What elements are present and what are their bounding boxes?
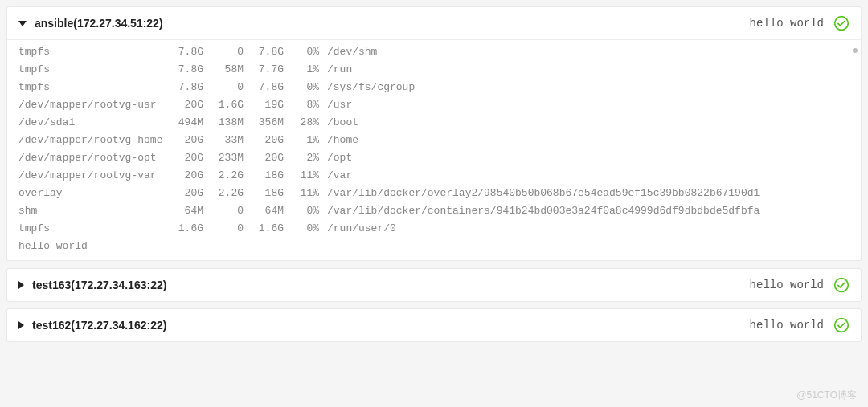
output-row: /dev/mapper/rootvg-usr20G1.6G19G8%/usr (18, 96, 861, 114)
check-circle-icon (833, 15, 850, 31)
col-pct: 0% (284, 220, 324, 238)
col-avail: 20G (244, 132, 284, 149)
svg-point-0 (835, 17, 849, 31)
output-row: /dev/sda1494M138M356M28%/boot (18, 114, 861, 132)
col-used: 0 (203, 220, 244, 238)
col-used: 2.2G (203, 167, 244, 185)
col-size: 20G (163, 132, 203, 149)
col-mount: /dev/shm (324, 43, 377, 61)
svg-point-2 (835, 319, 849, 332)
output-row: overlay20G2.2G18G11%/var/lib/docker/over… (18, 185, 861, 202)
col-pct: 0% (284, 79, 324, 96)
scrollbar-thumb[interactable] (853, 48, 858, 53)
col-avail: 18G (244, 167, 284, 185)
col-mount: /opt (324, 149, 352, 167)
output-row: shm64M064M0%/var/lib/docker/containers/9… (18, 202, 861, 220)
output-row: tmpfs7.8G58M7.7G1%/run (18, 61, 861, 79)
col-avail: 7.8G (244, 43, 284, 61)
col-mount: /run (324, 61, 352, 79)
output-row: tmpfs7.8G07.8G0%/dev/shm (18, 43, 861, 61)
col-used: 2.2G (203, 185, 244, 202)
status-text: hello world (750, 17, 824, 30)
col-pct: 28% (284, 114, 324, 132)
svg-point-1 (835, 279, 849, 292)
col-size: 7.8G (163, 61, 203, 79)
col-size: 1.6G (163, 220, 203, 238)
col-pct: 1% (284, 132, 324, 149)
host-title: test162(172.27.34.162:22) (32, 319, 166, 332)
host-name: ansible (35, 17, 73, 30)
col-used: 138M (203, 114, 244, 132)
col-filesystem: tmpfs (18, 43, 163, 61)
host-panel-header[interactable]: ansible(172.27.34.51:22) hello world (7, 7, 861, 39)
col-size: 20G (163, 96, 203, 114)
host-panel: ansible(172.27.34.51:22) hello world tmp… (6, 6, 862, 261)
col-avail: 20G (244, 149, 284, 167)
output-row: tmpfs1.6G01.6G0%/run/user/0 (18, 220, 861, 238)
col-pct: 1% (284, 61, 324, 79)
col-filesystem: shm (18, 202, 163, 220)
host-panel: test162(172.27.34.162:22) hello world (6, 308, 862, 342)
output-row: /dev/mapper/rootvg-opt20G233M20G2%/opt (18, 149, 861, 167)
col-used: 233M (203, 149, 244, 167)
col-filesystem: tmpfs (18, 61, 163, 79)
output-row: /dev/mapper/rootvg-var20G2.2G18G11%/var (18, 167, 861, 185)
host-addr: 172.27.34.162:22 (75, 319, 163, 332)
col-pct: 11% (284, 167, 324, 185)
col-pct: 0% (284, 202, 324, 220)
chevron-right-icon (18, 321, 24, 329)
col-mount: /boot (324, 114, 358, 132)
col-avail: 356M (244, 114, 284, 132)
chevron-right-icon (18, 281, 24, 289)
col-avail: 7.7G (244, 61, 284, 79)
col-size: 20G (163, 185, 203, 202)
host-addr: 172.27.34.51:22 (77, 17, 159, 30)
col-size: 64M (163, 202, 203, 220)
col-mount: /usr (324, 96, 352, 114)
col-filesystem: /dev/mapper/rootvg-home (18, 132, 163, 149)
col-used: 33M (203, 132, 244, 149)
col-avail: 7.8G (244, 79, 284, 96)
col-used: 0 (203, 43, 244, 61)
host-panel: test163(172.27.34.163:22) hello world (6, 268, 862, 302)
col-size: 20G (163, 149, 203, 167)
col-mount: /var (324, 167, 352, 185)
output-trailer: hello world (18, 238, 861, 255)
col-avail: 1.6G (244, 220, 284, 238)
col-size: 20G (163, 167, 203, 185)
col-mount: /sys/fs/cgroup (324, 79, 415, 96)
check-circle-icon (833, 277, 850, 293)
col-size: 494M (163, 114, 203, 132)
col-mount: /home (324, 132, 358, 149)
col-filesystem: /dev/mapper/rootvg-var (18, 167, 163, 185)
col-avail: 19G (244, 96, 284, 114)
col-mount: /var/lib/docker/overlay2/98540b50b068b67… (324, 185, 760, 202)
status-text: hello world (750, 279, 824, 291)
col-filesystem: /dev/mapper/rootvg-opt (18, 149, 163, 167)
vertical-scrollbar[interactable] (851, 43, 859, 244)
col-filesystem: /dev/mapper/rootvg-usr (18, 96, 163, 114)
col-pct: 8% (284, 96, 324, 114)
col-avail: 18G (244, 185, 284, 202)
col-used: 0 (203, 79, 244, 96)
host-panel-header[interactable]: test162(172.27.34.162:22) hello world (7, 309, 861, 341)
col-used: 58M (203, 61, 244, 79)
col-mount: /var/lib/docker/containers/941b24bd003e3… (324, 202, 760, 220)
col-pct: 2% (284, 149, 324, 167)
col-used: 0 (203, 202, 244, 220)
col-pct: 0% (284, 43, 324, 61)
host-name: test162 (32, 319, 71, 332)
col-filesystem: /dev/sda1 (18, 114, 163, 132)
output-row: /dev/mapper/rootvg-home20G33M20G1%/home (18, 132, 861, 149)
col-size: 7.8G (163, 43, 203, 61)
output-scroll[interactable]: tmpfs7.8G07.8G0%/dev/shmtmpfs7.8G58M7.7G… (7, 40, 861, 260)
col-size: 7.8G (163, 79, 203, 96)
col-filesystem: tmpfs (18, 220, 163, 238)
check-circle-icon (833, 317, 850, 333)
col-mount: /run/user/0 (324, 220, 396, 238)
host-panel-header[interactable]: test163(172.27.34.163:22) hello world (7, 269, 861, 301)
host-title: test163(172.27.34.163:22) (32, 279, 166, 291)
col-filesystem: tmpfs (18, 79, 163, 96)
chevron-down-icon (18, 21, 27, 26)
host-addr: 172.27.34.163:22 (75, 279, 163, 291)
